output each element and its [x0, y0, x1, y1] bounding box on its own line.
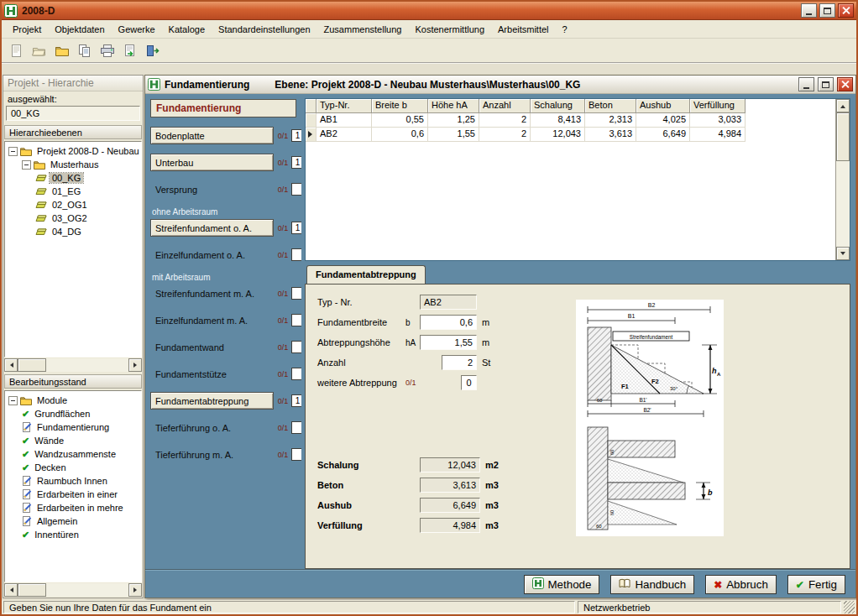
table-row[interactable]: AB10,551,2528,4132,3134,0253,033 [306, 113, 835, 128]
tree-item-03-og2[interactable]: 03_OG2 [5, 211, 141, 225]
child-minimize-button[interactable] [798, 77, 814, 91]
scroll-track[interactable] [46, 358, 128, 372]
sidebar-item-einzelfundament-m-a[interactable]: Einzelfundament m. A. [150, 311, 274, 329]
scroll-right-button[interactable] [128, 583, 142, 597]
sidebar-item-count[interactable] [291, 248, 301, 261]
scroll-track[interactable] [836, 161, 850, 247]
print-icon[interactable] [97, 41, 117, 60]
sidebar-item-fundamentabtreppung[interactable]: Fundamentabtreppung [150, 392, 274, 410]
tree-item-wände[interactable]: ✔Wände [5, 434, 141, 447]
sidebar-item-tieferführung-o-a[interactable]: Tieferführung o. A. [150, 419, 274, 436]
fertig-button[interactable]: ✔Fertig [787, 575, 845, 594]
grid-col-breite-b[interactable]: Breite b [372, 99, 428, 113]
sidebar-item-bodenplatte[interactable]: Bodenplatte [150, 127, 274, 144]
grid-col-beton[interactable]: Beton [585, 99, 636, 113]
sidebar-item-count[interactable] [291, 341, 301, 353]
menu-item-[interactable]: ? [556, 22, 574, 37]
grid-col-verfüllung[interactable]: Verfüllung [690, 99, 746, 113]
scroll-left-button[interactable] [4, 583, 18, 597]
scroll-thumb[interactable] [18, 358, 46, 372]
tree-item-projekt-2008-d-neubau[interactable]: Projekt 2008-D - Neubau [5, 144, 141, 158]
minimize-button[interactable] [801, 3, 817, 18]
menu-item-standardeinstellungen[interactable]: Standardeinstellungen [212, 22, 317, 37]
sidebar-item-count[interactable]: 1 [291, 222, 301, 234]
sidebar-item-unterbau[interactable]: Unterbau [150, 154, 274, 171]
field-input[interactable]: 0 [461, 375, 477, 390]
sidebar-item-einzelfundament-o-a[interactable]: Einzelfundament o. A. [150, 246, 274, 264]
table-row[interactable]: AB20,61,55212,0433,6136,6494,984 [306, 128, 835, 142]
menu-item-projekt[interactable]: Projekt [6, 22, 48, 37]
tree-item-00-kg[interactable]: 00_KG [5, 171, 141, 185]
tree-expander-icon[interactable] [8, 147, 18, 156]
tab-fundamentabtreppung[interactable]: Fundamentabtreppung [306, 265, 426, 284]
menu-item-kataloge[interactable]: Kataloge [162, 22, 212, 37]
tree-item-raumbuch-innen[interactable]: Raumbuch Innen [5, 474, 141, 488]
child-maximize-button[interactable] [818, 77, 834, 91]
menu-item-objektdaten[interactable]: Objektdaten [48, 22, 111, 37]
menu-item-zusammenstellung[interactable]: Zusammenstellung [317, 22, 409, 37]
sidebar-item-fundamentwand[interactable]: Fundamentwand [150, 338, 274, 356]
field-input[interactable]: 1,55 [420, 335, 477, 350]
tree-item-allgemein[interactable]: Allgemein [5, 514, 141, 528]
sidebar-item-tieferführung-m-a[interactable]: Tieferführung m. A. [150, 446, 274, 463]
tree-expander-icon[interactable] [22, 160, 31, 170]
sidebar-item-count[interactable] [291, 421, 301, 434]
exit-icon[interactable] [143, 41, 162, 60]
field-input[interactable]: 0,6 [420, 315, 477, 330]
scroll-right-button[interactable] [128, 358, 142, 372]
tree-item-innentüren[interactable]: ✔Innentüren [5, 528, 141, 541]
copy-icon[interactable] [75, 41, 94, 60]
tree-item-04-dg[interactable]: 04_DG [5, 225, 141, 238]
maximize-button[interactable] [819, 3, 835, 18]
export-icon[interactable] [120, 41, 139, 60]
open-project-icon[interactable] [29, 41, 49, 60]
abbruch-button[interactable]: ✖Abbruch [705, 575, 777, 594]
grid-col-höhe-ha[interactable]: Höhe hA [428, 99, 479, 113]
grid-col-aushub[interactable]: Aushub [636, 99, 690, 113]
scroll-left-button[interactable] [4, 358, 18, 372]
scroll-thumb[interactable] [18, 583, 46, 597]
tree-item-fundamentierung[interactable]: Fundamentierung [5, 420, 141, 434]
resize-grip[interactable] [844, 601, 855, 613]
grid-col-anzahl[interactable]: Anzahl [479, 99, 531, 113]
tree-item-grundflächen[interactable]: ✔Grundflächen [5, 407, 141, 420]
child-close-button[interactable] [837, 77, 853, 91]
scroll-down-button[interactable] [836, 247, 850, 260]
sidebar-item-count[interactable]: 1 [291, 129, 301, 142]
sidebar-item-count[interactable] [291, 314, 301, 326]
menu-item-arbeitsmittel[interactable]: Arbeitsmittel [491, 22, 556, 37]
folder-icon[interactable] [52, 41, 71, 60]
sidebar-item-fundamentstütze[interactable]: Fundamentstütze [150, 365, 274, 383]
tree-item-module[interactable]: Module [5, 394, 141, 407]
field-input[interactable]: 2 [442, 355, 477, 370]
grid-cell: 0,55 [372, 113, 428, 128]
tree-expander-icon[interactable] [8, 396, 18, 405]
sidebar-item-versprung[interactable]: Versprung [150, 180, 274, 198]
scroll-thumb[interactable] [836, 112, 850, 161]
scroll-track[interactable] [46, 583, 128, 597]
sidebar-item-count[interactable]: 1 [291, 156, 301, 169]
sidebar-item-count[interactable] [291, 183, 301, 196]
menu-item-kostenermittlung[interactable]: Kostenermittlung [408, 22, 491, 37]
tree-item-musterhaus[interactable]: Musterhaus [5, 158, 141, 171]
tree-item-wandzusammenste[interactable]: ✔Wandzusammenste [5, 447, 141, 461]
sidebar-item-count[interactable] [291, 448, 301, 461]
tree-item-02-og1[interactable]: 02_OG1 [5, 198, 141, 211]
sidebar-item-count[interactable] [291, 287, 301, 300]
new-document-icon[interactable] [7, 41, 26, 60]
close-button[interactable] [838, 3, 854, 18]
menu-item-gewerke[interactable]: Gewerke [112, 22, 162, 37]
tree-item-decken[interactable]: ✔Decken [5, 461, 141, 474]
sidebar-item-streifenfundament-m-a[interactable]: Streifenfundament m. A. [150, 285, 274, 302]
grid-col-schalung[interactable]: Schalung [531, 99, 585, 113]
grid-col-typ-nr[interactable]: Typ-Nr. [317, 99, 372, 113]
sidebar-item-count[interactable]: 1 [291, 394, 301, 407]
tree-item-erdarbeiten-in-mehre[interactable]: Erdarbeiten in mehre [5, 501, 141, 514]
handbuch-button[interactable]: Handbuch [610, 575, 694, 594]
scroll-up-button[interactable] [836, 99, 850, 112]
tree-item-01-eg[interactable]: 01_EG [5, 185, 141, 198]
methode-button[interactable]: Methode [524, 575, 600, 594]
sidebar-item-count[interactable] [291, 368, 301, 380]
tree-item-erdarbeiten-in-einer[interactable]: Erdarbeiten in einer [5, 488, 141, 501]
sidebar-item-streifenfundament-o-a[interactable]: Streifenfundament o. A. [150, 219, 274, 237]
